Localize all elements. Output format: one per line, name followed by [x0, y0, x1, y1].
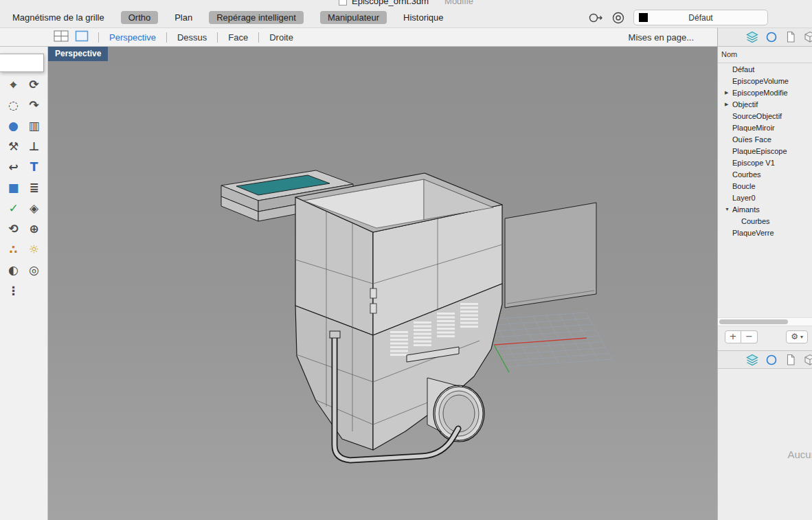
window-title: Episcope_orht.3dm: [352, 0, 429, 6]
target-icon[interactable]: ◎: [24, 262, 45, 278]
notes-panel-icon[interactable]: [784, 30, 798, 44]
box-icon[interactable]: ■: [3, 180, 24, 196]
layer-row[interactable]: Boucle: [718, 180, 812, 192]
gear-icon: ⚙: [791, 332, 798, 341]
viewport-tab[interactable]: Dessus: [166, 32, 217, 43]
menubar-item[interactable]: Plan: [174, 12, 192, 23]
layer-name: Boucle: [732, 182, 756, 190]
array-icon[interactable]: ≣: [24, 180, 45, 196]
layer-list-controls: + − ⚙ ▾: [725, 330, 808, 343]
text-icon[interactable]: T: [24, 159, 45, 175]
layer-row[interactable]: PlaqueVerre: [718, 227, 812, 238]
viewport-grid-icon[interactable]: [54, 30, 69, 45]
viewport-tabbar: Perspective Dessus Face Droite Mises en …: [0, 27, 717, 47]
status-toolbar-right: Défaut: [588, 8, 768, 27]
viewport-perspective[interactable]: Perspective: [48, 47, 717, 520]
box-panel-icon[interactable]: [803, 353, 812, 367]
layer-name: Aimants: [732, 205, 760, 214]
expand-arrow-icon[interactable]: ▼: [725, 207, 732, 212]
display-panel-icon[interactable]: [765, 353, 778, 367]
display-panel-icon[interactable]: [765, 30, 778, 44]
modified-label: Modifié: [444, 0, 473, 6]
loop-icon[interactable]: ⟲: [3, 221, 24, 237]
active-layer-name: Défaut: [634, 13, 767, 23]
more-icon[interactable]: ⋮: [3, 283, 24, 299]
layer-name: Layer0: [732, 194, 756, 202]
layer-row[interactable]: ▶ Objectif: [718, 98, 812, 110]
layer-row[interactable]: Défaut: [718, 63, 812, 75]
layer-row[interactable]: EpiscopeVolume: [718, 75, 812, 87]
status-toolbar: Magnétisme de la grille Ortho Plan Repér…: [0, 8, 812, 27]
layer-row[interactable]: Courbes: [718, 168, 812, 180]
target-circles-icon[interactable]: [611, 11, 625, 25]
scrollbar-thumb[interactable]: [719, 319, 788, 324]
layer-name: Défaut: [732, 65, 754, 74]
layer-name: Ouïes Face: [732, 135, 771, 144]
layer-name: PlaqueMiroir: [732, 124, 775, 132]
circle-icon[interactable]: ◌: [3, 98, 24, 113]
rhino-window: Episcope_orht.3dm Modifié Magnétisme de …: [0, 0, 812, 520]
layers-panel-icon[interactable]: [745, 353, 759, 367]
cylinder-icon[interactable]: ▥: [24, 118, 45, 134]
layer-name: SourceObjectif: [732, 112, 782, 120]
menubar-item[interactable]: Historique: [403, 12, 444, 23]
window-titlebar: Episcope_orht.3dm Modifié: [0, 0, 812, 8]
layer-row[interactable]: SourceObjectif: [718, 110, 812, 122]
viewport-tab[interactable]: Face: [217, 32, 258, 43]
rotate-icon[interactable]: ⟳: [24, 77, 45, 93]
box-panel-icon[interactable]: [803, 30, 812, 44]
hammer-icon[interactable]: ⚒: [3, 139, 24, 155]
sphere-icon[interactable]: ●: [3, 118, 24, 134]
layer-row[interactable]: ▶ EpiscopeModifie: [718, 87, 812, 98]
viewport-maximize-icon[interactable]: [75, 30, 89, 45]
layer-name: Episcope V1: [732, 159, 775, 167]
layouts-button[interactable]: Mises en page...: [629, 32, 694, 43]
expand-arrow-icon[interactable]: ▶: [725, 102, 732, 107]
lamp-icon[interactable]: ☼: [24, 242, 45, 258]
layer-row[interactable]: Episcope V1: [718, 157, 812, 168]
arc-icon[interactable]: ↷: [24, 98, 45, 113]
history-loop-icon[interactable]: [588, 12, 603, 24]
layer-row[interactable]: Ouïes Face: [718, 133, 812, 145]
layer-name: Objectif: [732, 100, 758, 109]
expand-arrow-icon[interactable]: ▶: [725, 90, 732, 95]
layers-name-column-header[interactable]: Nom: [718, 47, 812, 63]
horizontal-scrollbar[interactable]: [718, 317, 812, 326]
left-toolbar: ⌖ ⟳ ◌ ↷ ● ▥ ⚒ ⊥ ↩ T ■ ≣: [0, 47, 48, 520]
menubar-item[interactable]: Magnétisme de la grille: [12, 12, 104, 23]
viewport-tab[interactable]: Droite: [258, 32, 304, 43]
document-icon: [339, 0, 347, 5]
right-panel-tabstrip-bottom: [718, 350, 812, 369]
align-icon[interactable]: ⊥: [24, 139, 45, 155]
add-layer-button[interactable]: +: [725, 330, 741, 343]
model-3d: [48, 47, 717, 520]
menubar-item[interactable]: Ortho: [121, 11, 159, 24]
orient-icon[interactable]: ◈: [24, 201, 45, 216]
layer-settings-button[interactable]: ⚙ ▾: [786, 330, 808, 343]
contrast-icon[interactable]: ◐: [3, 262, 24, 278]
layer-row[interactable]: PlaqueEpiscope: [718, 145, 812, 157]
layers-panel-icon[interactable]: [745, 30, 759, 44]
menubar-item[interactable]: Manipulateur: [320, 11, 387, 24]
active-layer-selector[interactable]: Défaut: [633, 10, 768, 25]
command-popup[interactable]: [0, 54, 44, 72]
layer-row[interactable]: PlaqueMiroir: [718, 122, 812, 133]
menubar-item[interactable]: Repérage intelligent: [209, 11, 304, 24]
right-panel-tabstrip-top: [717, 27, 812, 47]
points-icon[interactable]: ∴: [3, 242, 24, 258]
layers-panel: Nom Défaut EpiscopeVolume ▶ EpiscopeModi…: [717, 47, 812, 520]
notes-panel-icon[interactable]: [784, 353, 798, 367]
layer-name: EpiscopeModifie: [732, 89, 788, 97]
layer-row[interactable]: Layer0: [718, 192, 812, 203]
gumball-icon[interactable]: ⌖: [3, 77, 24, 93]
check-icon[interactable]: ✓: [3, 201, 24, 216]
layer-name: PlaqueVerre: [732, 229, 774, 237]
zoom-icon[interactable]: ⊕: [24, 221, 45, 237]
layer-row[interactable]: Courbes: [718, 215, 812, 227]
viewport-tab[interactable]: Perspective: [98, 32, 166, 43]
hook-icon[interactable]: ↩: [3, 159, 24, 175]
viewport-label[interactable]: Perspective: [48, 47, 108, 61]
layer-row[interactable]: ▼ Aimants: [718, 203, 812, 215]
chevron-down-icon: ▾: [800, 334, 803, 340]
remove-layer-button[interactable]: −: [741, 330, 758, 343]
